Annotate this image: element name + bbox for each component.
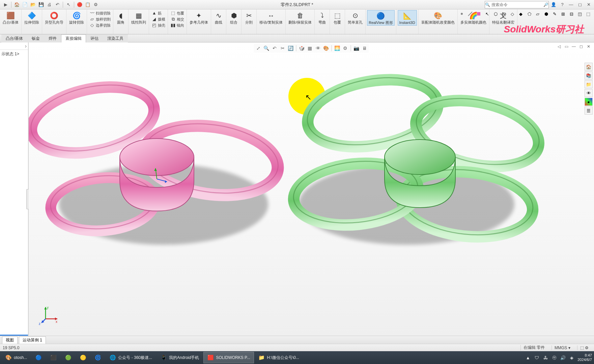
- maximize-icon[interactable]: ◻: [576, 1, 584, 8]
- tab-direct-edit[interactable]: 直接编辑: [61, 34, 86, 42]
- filter-8-icon[interactable]: ◆: [517, 10, 525, 18]
- tab-model-view[interactable]: 视图: [2, 336, 18, 344]
- gear-icon[interactable]: ⚙: [92, 1, 100, 8]
- curves-button[interactable]: ∿曲线: [213, 10, 225, 25]
- shell-button[interactable]: ◰抽壳: [150, 22, 166, 28]
- ref-geometry-button[interactable]: ✦参考几何体: [188, 10, 209, 25]
- view-triad[interactable]: x y z: [39, 305, 59, 326]
- print-icon[interactable]: 🖨: [46, 1, 53, 8]
- tab-sheetmetal[interactable]: 钣金: [27, 34, 44, 42]
- taskbar-app-photoshop[interactable]: 🎨otosh...: [1, 352, 31, 363]
- wrap-button[interactable]: ⬚包覆: [169, 10, 185, 16]
- filter-13-icon[interactable]: ⊞: [559, 10, 567, 18]
- filter-9-icon[interactable]: ⬠: [526, 10, 533, 18]
- filter-12-icon[interactable]: ✎: [551, 10, 558, 18]
- help-q-icon[interactable]: ?: [558, 1, 566, 8]
- status-icon-2[interactable]: ⚙: [585, 345, 589, 350]
- search-go-icon[interactable]: 🔎: [543, 2, 548, 7]
- minimize-icon[interactable]: —: [567, 1, 575, 8]
- filter-5-icon[interactable]: ⬡: [492, 10, 499, 18]
- filter-7-icon[interactable]: ◇: [509, 10, 516, 18]
- display-state-row[interactable]: 示状态 1>: [0, 50, 28, 58]
- taskbar-app-browser[interactable]: 🌐公众号 - 360极速...: [106, 352, 156, 363]
- taskbar-app-3[interactable]: 🟢: [61, 352, 75, 363]
- filter-16-icon[interactable]: ⬚: [585, 10, 592, 18]
- search-input[interactable]: [490, 2, 543, 7]
- tab-evaluate[interactable]: 评估: [86, 34, 103, 42]
- graphics-viewport[interactable]: ⤢ 🔍 ↶ ✂ 🔄 🎲 ▦ 👁 🎨 🌅 ⚙ 📷 🖥 ◁ ▭ — ◻ ✕ 🏠: [29, 42, 594, 336]
- rebuild-icon[interactable]: 🔴: [76, 1, 83, 8]
- new-icon[interactable]: 📄: [21, 1, 29, 8]
- delete-keep-button[interactable]: 🗑删除/保留实体: [287, 10, 313, 25]
- taskbar-app-1[interactable]: 🔵: [31, 352, 46, 363]
- simple-hole-button[interactable]: ⊙简单直孔: [346, 10, 364, 25]
- bend-icon: ⤵: [317, 11, 327, 20]
- instant3d-button[interactable]: 📐Instant3D: [398, 10, 417, 26]
- tray-app-icon[interactable]: ◈: [569, 355, 575, 361]
- revolved-cut-button[interactable]: 🌀旋转切除: [68, 10, 85, 25]
- tab-features[interactable]: 凸台/基体: [1, 34, 27, 42]
- lofted-cut-button[interactable]: ▱放样切割: [88, 16, 112, 22]
- mirror-button[interactable]: ▮▮镜向: [169, 22, 185, 28]
- options-icon[interactable]: 📋: [84, 1, 91, 8]
- home-icon[interactable]: 🏠: [13, 1, 21, 8]
- sweep-icon: 〰: [89, 10, 95, 16]
- realview-button[interactable]: 🔵RealView 图形: [367, 10, 394, 26]
- save-icon[interactable]: 💾: [37, 1, 45, 8]
- rollback-bar[interactable]: [0, 335, 28, 336]
- menu-indicator-icon[interactable]: ▶: [2, 1, 9, 8]
- tab-motion-study[interactable]: 运动算例 1: [19, 336, 46, 344]
- filter-edge-icon[interactable]: [466, 10, 474, 18]
- swept-cut-button[interactable]: 〰扫描切除: [88, 10, 112, 16]
- filter-vertex-icon[interactable]: [458, 10, 465, 18]
- close-icon[interactable]: ✕: [585, 1, 593, 8]
- intersect-button[interactable]: ⧉相交: [169, 16, 185, 22]
- tray-expand-icon[interactable]: ▲: [525, 355, 531, 361]
- browser-icon: 🌐: [109, 354, 116, 361]
- select-icon[interactable]: ↖: [65, 1, 72, 8]
- command-search[interactable]: 🔍 🔎: [485, 1, 549, 8]
- taskbar-app-2[interactable]: ⬛: [46, 352, 60, 363]
- draft-button[interactable]: ◢拨模: [150, 16, 166, 22]
- combine-button[interactable]: ⬢组合: [228, 10, 240, 25]
- panel-expand-icon[interactable]: ›: [25, 43, 27, 49]
- extruded-cut-button[interactable]: 🔷拉伸切除: [23, 10, 40, 25]
- extruded-boss-button[interactable]: 🟫凸台/基体: [1, 10, 20, 25]
- assembly-color-button[interactable]: 🎨装配体随机改变颜色: [420, 10, 456, 25]
- tab-render-tools[interactable]: 渲染工具: [103, 34, 128, 42]
- taskbar-clock[interactable]: 8:47 2024/6/7: [577, 353, 592, 362]
- status-units[interactable]: MMGS ▾: [551, 345, 573, 350]
- tab-weldments[interactable]: 焊件: [44, 34, 61, 42]
- taskbar-app-folder[interactable]: 📁H:\微信公众号\0...: [255, 352, 303, 363]
- status-icon-1[interactable]: ⬚: [580, 345, 584, 350]
- open-icon[interactable]: 📂: [29, 1, 37, 8]
- filter-14-icon[interactable]: ⊟: [568, 10, 575, 18]
- filter-face-icon[interactable]: [475, 10, 482, 18]
- filter-10-icon[interactable]: ▱: [534, 10, 541, 18]
- taskbar-app-phone[interactable]: 📱我的Android手机: [157, 352, 203, 363]
- simplehole-icon: ⊙: [350, 11, 360, 20]
- tray-ime-icon[interactable]: ㊥: [551, 355, 557, 361]
- filter-11-icon[interactable]: ⬢: [542, 10, 550, 18]
- tray-shield-icon[interactable]: 🛡: [534, 355, 540, 361]
- hole-wizard-button[interactable]: ⭕异型孔向导: [44, 10, 65, 25]
- status-icons: ⬚ ⚙: [577, 345, 591, 350]
- fillet-button[interactable]: ◖圆角: [115, 10, 127, 25]
- filter-15-icon[interactable]: ◫: [576, 10, 584, 18]
- deform-button[interactable]: ⤵弯曲: [316, 10, 328, 25]
- taskbar-app-4[interactable]: 🟡: [76, 352, 90, 363]
- filter-6-icon[interactable]: ▢: [500, 10, 508, 18]
- split-button[interactable]: ✂分割: [243, 10, 255, 25]
- wrap2-button[interactable]: ⬚包覆: [331, 10, 343, 25]
- move-copy-button[interactable]: ↔移动/复制实体: [258, 10, 284, 25]
- taskbar-app-solidworks[interactable]: 🟥SOLIDWORKS P...: [203, 352, 254, 363]
- rib-button[interactable]: ▲筋: [150, 10, 166, 16]
- tray-vol-icon[interactable]: 🔊: [560, 355, 566, 361]
- boundary-cut-button[interactable]: ◇边界切除: [88, 22, 112, 28]
- linear-pattern-button[interactable]: ▦线性阵列: [130, 10, 147, 25]
- undo-icon[interactable]: ↶: [54, 1, 61, 8]
- help-icon[interactable]: 👤: [549, 1, 558, 8]
- tray-net-icon[interactable]: 🖧: [542, 355, 548, 361]
- filter-arrow-icon[interactable]: ↖: [483, 10, 491, 18]
- taskbar-app-5[interactable]: 🌀: [91, 352, 105, 363]
